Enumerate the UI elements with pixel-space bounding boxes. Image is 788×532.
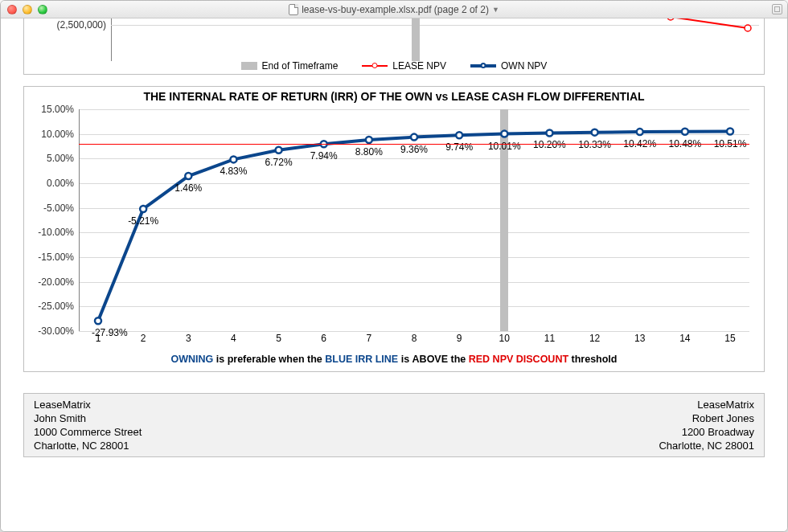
- document-icon: [289, 4, 298, 15]
- caption-npv-discount: RED NPV DISCOUNT: [469, 354, 568, 365]
- irr-ytick-label: -25.00%: [29, 301, 74, 312]
- svg-point-5: [185, 173, 191, 179]
- window-title: lease-vs-buy-example.xlsx.pdf (page 2 of…: [1, 4, 787, 15]
- irr-data-label: 8.80%: [355, 146, 383, 158]
- irr-xtick-label: 15: [724, 333, 735, 344]
- svg-point-4: [140, 206, 146, 212]
- legend-swatch-line-blue: [470, 62, 496, 70]
- irr-chart-title: THE INTERNAL RATE OF RETURN (IRR) OF THE…: [24, 87, 764, 104]
- traffic-lights: [7, 5, 47, 14]
- irr-xtick-label: 10: [499, 333, 510, 344]
- irr-chart: -27.93%-5.21%1.46%4.83%6.72%7.94%8.80%9.…: [29, 104, 759, 354]
- svg-point-7: [276, 147, 282, 153]
- legend-lease-npv: LEASE NPV: [362, 60, 446, 72]
- pdf-preview-window: lease-vs-buy-example.xlsx.pdf (page 2 of…: [0, 0, 788, 532]
- caption-above: ABOVE: [412, 354, 448, 365]
- npv-gridline: [111, 25, 759, 26]
- npv-chart-cropped: (2,500,000) End of Timeframe LEASE NPV: [23, 18, 765, 75]
- irr-xtick-label: 5: [276, 333, 281, 344]
- irr-chart-container: THE INTERNAL RATE OF RETURN (IRR) OF THE…: [23, 86, 765, 372]
- irr-xtick-label: 1: [96, 333, 101, 344]
- irr-x-ticks: 123456789101112131415: [79, 333, 749, 347]
- irr-xtick-label: 9: [457, 333, 462, 344]
- npv-discount-threshold-line: [79, 144, 749, 145]
- legend-own-npv: OWN NPV: [470, 60, 547, 72]
- address-line1: 1000 Commerce Street: [34, 426, 142, 438]
- npv-legend: End of Timeframe LEASE NPV OWN NPV: [24, 58, 764, 74]
- address-line2: Charlotte, NC 28001: [34, 440, 142, 452]
- end-of-timeframe-bar: [412, 18, 420, 61]
- svg-point-15: [637, 129, 643, 135]
- irr-xtick-label: 2: [141, 333, 146, 344]
- minimize-icon[interactable]: [23, 5, 32, 14]
- svg-point-2: [745, 25, 751, 31]
- svg-point-6: [230, 156, 236, 162]
- company-name: LeaseMatrix: [34, 399, 142, 411]
- irr-plot-area: -27.93%-5.21%1.46%4.83%6.72%7.94%8.80%9.…: [79, 109, 749, 331]
- irr-data-label: -5.21%: [128, 215, 158, 227]
- irr-xtick-label: 11: [544, 333, 555, 344]
- legend-label: End of Timeframe: [262, 60, 339, 72]
- irr-caption: OWNING is preferable when the BLUE IRR L…: [24, 354, 764, 370]
- svg-point-14: [592, 129, 598, 136]
- irr-xtick-label: 4: [231, 333, 236, 344]
- title-dropdown-icon[interactable]: ▼: [492, 6, 499, 14]
- legend-swatch-line-red: [362, 62, 388, 70]
- svg-point-3: [95, 317, 101, 324]
- irr-ytick-label: -10.00%: [29, 227, 74, 238]
- footer-contact-block: LeaseMatrix John Smith 1000 Commerce Str…: [23, 393, 765, 457]
- contact-name: Robert Jones: [659, 412, 754, 424]
- svg-point-17: [727, 129, 733, 135]
- footer-right: LeaseMatrix Robert Jones 1200 Broadway C…: [659, 399, 754, 452]
- irr-xtick-label: 6: [321, 333, 326, 344]
- irr-data-label: 7.94%: [310, 150, 338, 162]
- svg-point-12: [501, 131, 507, 137]
- document-page: (2,500,000) End of Timeframe LEASE NPV: [1, 18, 787, 531]
- irr-data-label: 1.46%: [174, 182, 202, 194]
- legend-swatch-bar: [241, 62, 257, 70]
- irr-xtick-label: 7: [367, 333, 372, 344]
- irr-ytick-label: -30.00%: [29, 325, 74, 337]
- fullscreen-icon[interactable]: [772, 4, 782, 14]
- irr-xtick-label: 8: [412, 333, 417, 344]
- irr-ytick-label: 15.00%: [29, 104, 74, 115]
- company-name: LeaseMatrix: [659, 399, 754, 411]
- contact-name: John Smith: [34, 412, 142, 424]
- address-line2: Charlotte, NC 28001: [659, 440, 754, 452]
- address-line1: 1200 Broadway: [659, 426, 754, 438]
- caption-blue-irr: BLUE IRR LINE: [325, 354, 398, 365]
- svg-point-16: [682, 129, 688, 135]
- irr-data-label: 4.83%: [220, 166, 247, 177]
- irr-xtick-label: 12: [589, 333, 600, 344]
- npv-ytick-label: (2,500,000): [24, 19, 106, 31]
- close-icon[interactable]: [7, 5, 17, 14]
- svg-point-1: [667, 18, 674, 20]
- irr-xtick-label: 13: [634, 333, 645, 344]
- svg-point-10: [411, 134, 417, 141]
- irr-data-label: 10.20%: [533, 139, 566, 150]
- irr-ytick-label: -15.00%: [29, 252, 74, 263]
- window-titlebar: lease-vs-buy-example.xlsx.pdf (page 2 of…: [1, 1, 787, 18]
- svg-point-9: [366, 137, 372, 143]
- caption-owning: OWNING: [171, 354, 214, 365]
- irr-ytick-label: -5.00%: [29, 203, 74, 214]
- irr-ytick-label: 0.00%: [29, 178, 74, 189]
- legend-label: LEASE NPV: [392, 60, 446, 72]
- irr-data-label: 10.01%: [488, 141, 521, 152]
- legend-label: OWN NPV: [501, 60, 547, 72]
- irr-data-label: 6.72%: [265, 157, 293, 168]
- svg-point-11: [456, 132, 462, 138]
- legend-end-of-timeframe: End of Timeframe: [241, 60, 339, 72]
- window-title-text: lease-vs-buy-example.xlsx.pdf (page 2 of…: [302, 4, 489, 15]
- lease-npv-line-tail: [667, 18, 756, 35]
- irr-ytick-label: 10.00%: [29, 129, 74, 140]
- footer-left: LeaseMatrix John Smith 1000 Commerce Str…: [34, 399, 142, 452]
- zoom-icon[interactable]: [38, 5, 47, 14]
- irr-data-label: 9.36%: [400, 144, 428, 155]
- svg-line-0: [671, 18, 748, 28]
- irr-ytick-label: 5.00%: [29, 153, 74, 164]
- irr-ytick-label: -20.00%: [29, 276, 74, 288]
- irr-xtick-label: 3: [186, 333, 191, 344]
- svg-point-13: [546, 129, 552, 136]
- irr-xtick-label: 14: [679, 333, 690, 344]
